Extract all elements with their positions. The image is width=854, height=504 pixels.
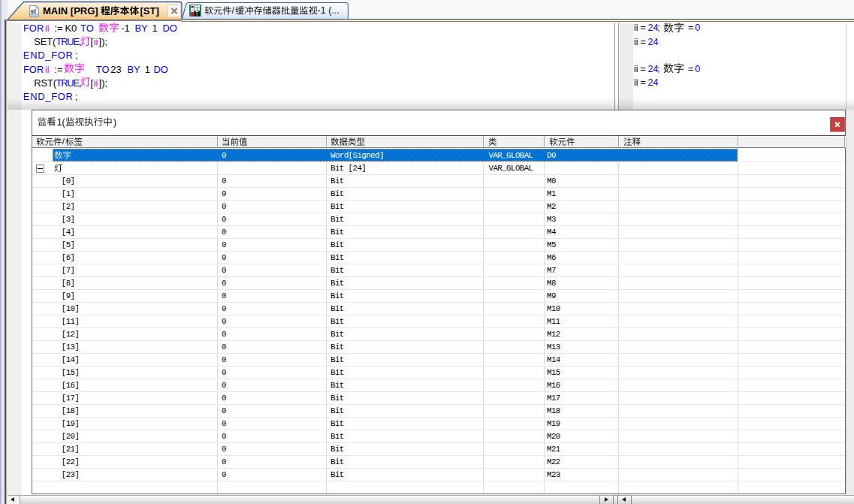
svg-text:st: st bbox=[31, 8, 37, 15]
